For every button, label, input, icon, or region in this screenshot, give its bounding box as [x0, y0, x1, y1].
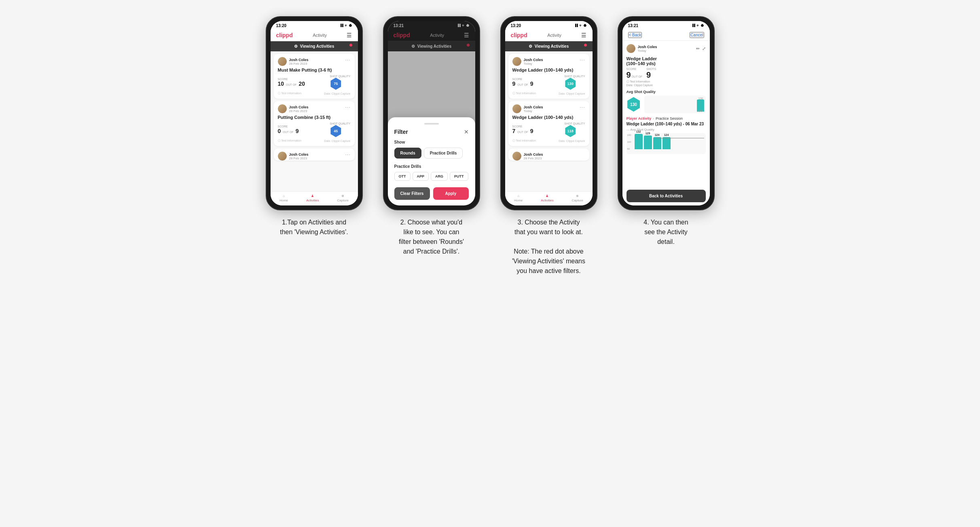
expand-icon[interactable]: ⤢ — [702, 46, 706, 51]
edit-icon[interactable]: ✏ — [696, 46, 700, 51]
avatar-3-1 — [512, 57, 521, 66]
close-filter-button[interactable]: ✕ — [464, 129, 469, 135]
phone-col-2: 13:21 ▋▋ ᯤ ⬤ clippd Activity ☰ ⚙ Viewing… — [379, 16, 484, 256]
y-label-100: 100 — [627, 141, 631, 143]
avatar-1-3 — [278, 152, 287, 161]
ott-button[interactable]: OTT — [394, 172, 411, 181]
activity-card-1-2[interactable]: Josh Coles 28 Feb 2023 ··· Putting Combi… — [274, 101, 355, 146]
back-button[interactable]: < Back — [628, 32, 642, 38]
handle-bar — [424, 123, 439, 125]
shots-val-1-2: 9 — [296, 128, 299, 134]
stat-quality-3-2: Shot Quality 118 — [564, 122, 585, 137]
card-title-1-1: Must Make Putting (3-6 ft) — [278, 68, 351, 72]
big-score: 9 — [627, 70, 631, 80]
bottom-nav-capture-3[interactable]: ⊕ Capture — [572, 194, 583, 202]
test-info-detail: ⓘ Test Information — [627, 80, 657, 84]
bottom-nav-activities-3[interactable]: ♟ Activities — [541, 194, 554, 202]
big-shots: 9 — [646, 70, 651, 79]
activity-card-3-3[interactable]: Josh Coles 28 Feb 2023 — [508, 148, 589, 161]
quality-label-1-1: Shot Quality — [330, 75, 350, 78]
phone-screen-1: 13:20 ▋▋ ᯤ ⬤ clippd Activity ☰ ⚙ Viewing… — [271, 21, 358, 205]
home-label-1: Home — [279, 199, 288, 202]
activity-card-1-1[interactable]: Josh Coles 28 Feb 2023 ··· Must Make Put… — [274, 54, 355, 99]
time-4: 13:21 — [628, 23, 639, 28]
back-to-activities-button[interactable]: Back to Activities — [627, 190, 706, 202]
card-header-3-1: Josh Coles Today ··· — [512, 57, 585, 66]
detail-outof: OUT OF — [632, 75, 642, 78]
practice-drills-button[interactable]: Practice Drills — [424, 148, 463, 159]
capture-icon-3: ⊕ — [576, 194, 579, 198]
user-name-3-2: Josh Coles — [524, 105, 543, 109]
status-bar-3: 13:20 ▋▋ ᯤ ⬤ — [505, 21, 593, 30]
red-dot-1 — [349, 44, 352, 47]
more-icon-3-2[interactable]: ··· — [580, 104, 585, 110]
banner-text-1: Viewing Activities — [300, 44, 334, 49]
bottom-nav-capture-1[interactable]: ⊕ Capture — [337, 194, 349, 202]
phone-frame-4: 13:21 ▋▋ ᯤ ⬤ < Back Cancel Josh Col — [618, 16, 715, 210]
bottom-nav-home-3[interactable]: ⌂ Home — [514, 194, 523, 202]
card-title-3-2: Wedge Ladder (100–140 yds) — [512, 115, 585, 120]
rounds-button[interactable]: Rounds — [394, 148, 421, 159]
activity-card-1-3[interactable]: Josh Coles 28 Feb 2023 ··· — [274, 148, 355, 161]
shots-val-3-2: 9 — [530, 128, 533, 134]
phone-col-1: 13:20 ▋▋ ᯤ ⬤ clippd Activity ☰ ⚙ Viewing… — [262, 16, 367, 237]
user-date-3-2: Today — [524, 109, 543, 113]
outof-1-2: OUT OF — [283, 131, 293, 133]
bar-col-2: 129 — [644, 132, 652, 149]
hamburger-icon-3[interactable]: ☰ — [581, 32, 586, 38]
drill-filter-buttons: OTT APP ARG PUTT — [394, 172, 469, 181]
footer-left-1-2: ⓘ Test Information — [278, 139, 302, 143]
caption-2: 2. Choose what you'dlike to see. You can… — [399, 218, 464, 256]
status-icons-4: ▋▋ ᯤ ⬤ — [692, 24, 704, 28]
more-icon-3-1[interactable]: ··· — [580, 57, 585, 63]
footer-right-3-2: Data: Clippd Capture — [559, 140, 585, 142]
quality-label-3-1: Shot Quality — [564, 75, 585, 78]
red-dot-3 — [584, 44, 587, 47]
cancel-button[interactable]: Cancel — [690, 32, 704, 38]
caption-3: 3. Choose the Activitythat you want to l… — [512, 218, 585, 276]
bar-chart: 140 100 60 132 129 — [627, 133, 706, 154]
user-date-1-2: 28 Feb 2023 — [289, 109, 309, 113]
avatar-1-1 — [278, 57, 287, 66]
filter-type-buttons: Rounds Practice Drills — [394, 148, 469, 159]
user-name-1-2: Josh Coles — [289, 105, 309, 109]
activities-label-1: Activities — [306, 199, 319, 202]
detail-user-date: Today — [638, 49, 657, 53]
putt-button[interactable]: PUTT — [450, 172, 468, 181]
bottom-nav-home-1[interactable]: ⌂ Home — [279, 194, 288, 202]
bar-2 — [644, 135, 652, 149]
stat-score-1-2: Score 0 OUT OF 9 — [278, 125, 299, 134]
viewing-banner-1[interactable]: ⚙ Viewing Activities — [271, 41, 358, 51]
apply-button[interactable]: Apply — [433, 187, 469, 200]
clear-filters-button[interactable]: Clear Filters — [394, 187, 430, 200]
phone-screen-3: 13:20 ▋▋ ᯤ ⬤ clippd Activity ☰ ⚙ Viewing… — [505, 21, 593, 205]
footer-right-1-1: Data: Clippd Capture — [324, 92, 350, 95]
practice-drills-label: Practice Drills — [394, 164, 469, 169]
time-3: 13:20 — [511, 23, 521, 28]
activity-card-3-2[interactable]: Josh Coles Today ··· Wedge Ladder (100–1… — [508, 101, 589, 146]
bar-4 — [663, 137, 671, 149]
phone-col-4: 13:21 ▋▋ ᯤ ⬤ < Back Cancel Josh Col — [614, 16, 719, 247]
viewing-banner-3[interactable]: ⚙ Viewing Activities — [505, 41, 593, 51]
more-icon-1-2[interactable]: ··· — [345, 104, 350, 110]
phone-col-3: 13:20 ▋▋ ᯤ ⬤ clippd Activity ☰ ⚙ Viewing… — [496, 16, 601, 276]
more-icon-1-3[interactable]: ··· — [345, 152, 350, 157]
user-date-1-1: 28 Feb 2023 — [289, 62, 309, 66]
card-footer-3-1: ⓘ Test Information Data: Clippd Capture — [512, 91, 585, 95]
score-val-1-1: 10 — [278, 80, 284, 87]
more-icon-1-1[interactable]: ··· — [345, 57, 350, 63]
bottom-nav-activities-1[interactable]: ♟ Activities — [306, 194, 319, 202]
bar-val-3: 124 — [655, 133, 660, 136]
activity-card-3-1[interactable]: Josh Coles Today ··· Wedge Ladder (100–1… — [508, 54, 589, 99]
hamburger-icon-1[interactable]: ☰ — [347, 32, 352, 38]
arg-button[interactable]: ARG — [431, 172, 448, 181]
chart-max-label: 130 — [698, 97, 703, 100]
player-activity-label: Player Activity — [627, 116, 652, 121]
filter-overlay: Filter ✕ Show Rounds Practice Drills Pra… — [388, 117, 475, 205]
session-title: Wedge Ladder (100–140 yds) - 06 Mar 23 — [627, 122, 706, 126]
activity-list-3: Josh Coles Today ··· Wedge Ladder (100–1… — [505, 51, 593, 191]
user-date-3-1: Today — [524, 62, 543, 66]
score-val-3-1: 9 — [512, 80, 516, 87]
home-icon-3: ⌂ — [517, 194, 519, 198]
app-button[interactable]: APP — [413, 172, 429, 181]
